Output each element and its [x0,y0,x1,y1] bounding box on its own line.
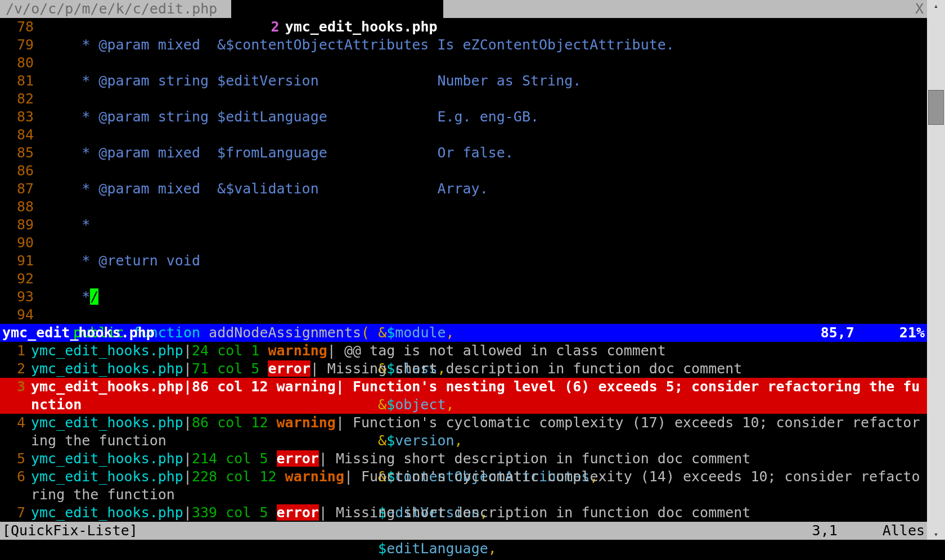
tab-bar: /v/o/c/p/m/e/k/c/edit.php 2ymc_edit_hook… [0,0,927,18]
quickfix-num: 6 [0,468,31,504]
line-num: 83 [0,108,34,126]
quickfix-row[interactable]: 1ymc_edit_hooks.php|24 col 1 warning| @@… [0,342,927,360]
tab-spacer [443,0,912,18]
scroll-down-icon[interactable]: ▾ [927,529,945,540]
quickfix-row[interactable]: 2ymc_edit_hooks.php|71 col 5 error| Miss… [0,360,927,378]
scroll-thumb[interactable] [928,90,944,125]
status-percent: 21% [899,324,927,342]
quickfix-num: 1 [0,342,31,360]
status-filename: [QuickFix-Liste] [0,522,138,540]
line-num: 88 [0,198,34,216]
line-num: 79 [0,36,34,54]
status-bar-quickfix: [QuickFix-Liste] 3,1 Alles [0,522,927,540]
line-num: 93 [0,288,34,306]
scroll-track[interactable] [927,11,945,529]
line-num: 86 [0,162,34,180]
quickfix-row[interactable]: 4ymc_edit_hooks.php|86 col 12 warning| F… [0,414,927,450]
code-line: * @param mixed &$contentObjectAttributes… [39,36,927,54]
line-num: 91 [0,252,34,270]
tab-inactive[interactable]: /v/o/c/p/m/e/k/c/edit.php [0,0,231,18]
quickfix-message: ymc_edit_hooks.php|71 col 5 error| Missi… [31,360,927,378]
quickfix-num: 5 [0,450,31,468]
quickfix-message: ymc_edit_hooks.php|228 col 12 warning| F… [31,468,927,504]
line-num: 87 [0,180,34,198]
line-num: 92 [0,270,34,288]
quickfix-row[interactable]: 7ymc_edit_hooks.php|339 col 5 error| Mis… [0,504,927,522]
quickfix-row[interactable]: 6ymc_edit_hooks.php|228 col 12 warning| … [0,468,927,504]
code-line: * @param string $editVersion Number as S… [39,72,927,90]
line-num: 90 [0,234,34,252]
line-num: 82 [0,90,34,108]
status-position: 85,7 [821,324,899,342]
code-line: * @return void [39,252,927,270]
code-line: * @param mixed &$validation Array. [39,180,927,198]
scrollbar[interactable]: ▴ ▾ [927,0,945,540]
line-num: 84 [0,126,34,144]
code-area[interactable]: * @param mixed &$contentObjectAttributes… [39,18,927,324]
editor-pane[interactable]: 78 79 80 81 82 83 84 85 86 87 88 89 90 9… [0,18,927,324]
quickfix-message: ymc_edit_hooks.php|339 col 5 error| Miss… [31,504,927,522]
scroll-up-icon[interactable]: ▴ [927,0,945,11]
quickfix-message: ymc_edit_hooks.php|24 col 1 warning| @@ … [31,342,927,360]
quickfix-num: 3 [0,378,31,414]
line-num: 85 [0,144,34,162]
code-line: $editLanguage, [39,540,927,558]
code-line: */ [39,288,927,306]
status-bar-editor: ymc_edit_hooks.php 85,7 21% [0,324,927,342]
code-line: * @param mixed $fromLanguage Or false. [39,144,927,162]
quickfix-num: 7 [0,504,31,522]
tab-close-icon[interactable]: X [912,0,927,18]
quickfix-num: 2 [0,360,31,378]
status-position: 3,1 [812,522,883,540]
quickfix-row[interactable]: 3ymc_edit_hooks.php|86 col 12 warning| F… [0,378,927,414]
line-num: 80 [0,54,34,72]
quickfix-message: ymc_edit_hooks.php|214 col 5 error| Miss… [31,450,927,468]
tab-active[interactable]: 2ymc_edit_hooks.php [231,0,443,18]
status-filename: ymc_edit_hooks.php [0,324,155,342]
line-num: 94 [0,306,34,324]
quickfix-message: ymc_edit_hooks.php|86 col 12 warning| Fu… [31,414,927,450]
line-gutter: 78 79 80 81 82 83 84 85 86 87 88 89 90 9… [0,18,39,324]
quickfix-message: ymc_edit_hooks.php|86 col 12 warning| Fu… [31,378,927,414]
line-num: 81 [0,72,34,90]
status-percent: Alles [883,522,927,540]
code-line: * [39,216,927,234]
quickfix-row[interactable]: 5ymc_edit_hooks.php|214 col 5 error| Mis… [0,450,927,468]
cursor: / [90,288,98,305]
quickfix-pane[interactable]: 1ymc_edit_hooks.php|24 col 1 warning| @@… [0,342,927,522]
quickfix-num: 4 [0,414,31,450]
code-line: * @param string $editLanguage E.g. eng-G… [39,108,927,126]
line-num: 78 [0,18,34,36]
line-num: 89 [0,216,34,234]
